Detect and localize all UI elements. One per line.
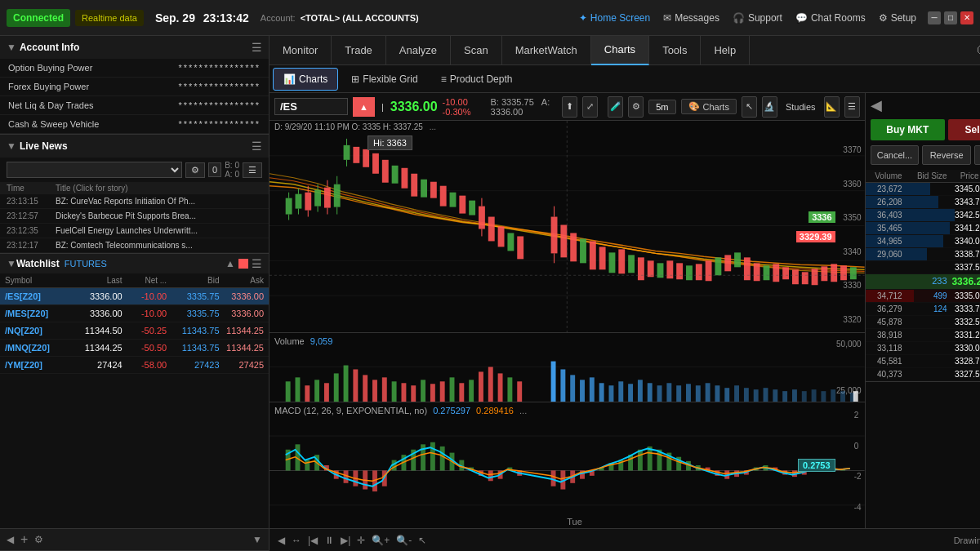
symbol-price: 3336.00: [390, 100, 438, 114]
svg-rect-122: [686, 384, 691, 402]
news-row[interactable]: 23:12:35 FuelCell Energy Launches Underw…: [0, 224, 269, 238]
table-row[interactable]: 233 3336.25 396: [866, 274, 980, 290]
list-item[interactable]: /NQ[Z20] 11344.50 -50.25 11343.75 11344.…: [0, 322, 269, 340]
sidebar-prev-button[interactable]: ◀: [7, 534, 14, 545]
news-filter-dropdown[interactable]: [7, 162, 182, 178]
table-row[interactable]: 26,208 3343.75: [866, 196, 980, 209]
list-item[interactable]: /ES[Z20] 3336.00 -10.00 3335.75 3336.00: [0, 288, 269, 305]
news-row[interactable]: 23:12:57 Dickey's Barbecue Pit Supports …: [0, 209, 269, 224]
svg-rect-76: [821, 266, 827, 281]
news-row[interactable]: 23:12:17 BZ: Comtech Telecommunications …: [0, 238, 269, 253]
table-row[interactable]: 36,279 124 3333.75: [866, 303, 980, 316]
cancel-button[interactable]: Cancel...: [871, 145, 920, 165]
chart-scroll-prev[interactable]: |◀: [305, 535, 321, 546]
cursor-mode-button[interactable]: ↖: [415, 535, 430, 546]
ondemand-icon[interactable]: ⏱: [976, 42, 980, 59]
studies-label[interactable]: Studies: [782, 102, 819, 112]
zoom-out-button[interactable]: 🔍-: [393, 535, 415, 546]
watchlist-up-arrow[interactable]: ▲: [225, 258, 235, 269]
table-row[interactable]: 36,403 3342.50: [866, 209, 980, 222]
list-item[interactable]: /MES[Z20] 3336.00 -10.00 3335.75 3336.00: [0, 305, 269, 322]
nav-support[interactable]: 🎧 Support: [733, 12, 782, 24]
watchlist-section-toggle[interactable]: ▼: [7, 258, 16, 269]
minimize-button[interactable]: ─: [928, 11, 941, 24]
flask-icon[interactable]: 🧪: [608, 96, 623, 118]
table-row[interactable]: 45,581 3328.75: [866, 355, 980, 368]
buy-mkt-button[interactable]: Buy MKT: [871, 119, 946, 140]
svg-rect-56: [628, 255, 635, 273]
studies-icon[interactable]: 🔬: [762, 96, 777, 118]
style-button[interactable]: 🎨 Charts: [681, 99, 737, 114]
settings-gear-icon[interactable]: ⚙: [628, 96, 644, 118]
nav-messages[interactable]: ✉ Messages: [663, 12, 719, 24]
chart-scroll-left[interactable]: ◀: [274, 535, 288, 546]
news-table: Time Title (Click for story) 23:13:15 BZ…: [0, 182, 269, 253]
share-icon[interactable]: ⬆: [562, 96, 577, 118]
table-row[interactable]: 45,878 3332.50: [866, 316, 980, 329]
symbol-up-button[interactable]: ▲: [353, 97, 375, 117]
live-news-header[interactable]: ▼ Live News ☰: [0, 135, 269, 158]
sidebar-add-button[interactable]: +: [20, 532, 28, 547]
list-item[interactable]: /MNQ[Z20] 11344.25 -50.50 11343.75 11344…: [0, 340, 269, 357]
nav-setup[interactable]: ⚙ Setup: [879, 12, 916, 24]
news-list-button[interactable]: ☰: [243, 162, 262, 178]
flatten-button[interactable]: Flatten: [974, 145, 980, 165]
table-row[interactable]: 23,672 3345.00: [866, 183, 980, 196]
subtab-flexible-grid[interactable]: ⊞ Flexible Grid: [341, 68, 427, 91]
table-row[interactable]: 38,918 3331.25: [866, 329, 980, 342]
table-row[interactable]: 33,118 3330.00: [866, 342, 980, 355]
svg-rect-88: [334, 373, 339, 402]
order-panel-toggle[interactable]: ◀: [871, 96, 882, 114]
chart-pause-icon[interactable]: ⏸: [321, 535, 337, 546]
sidebar-gear-button[interactable]: ⚙: [34, 534, 43, 545]
more-tools-icon[interactable]: ☰: [844, 96, 860, 118]
svg-rect-85: [305, 385, 310, 402]
subtab-charts[interactable]: 📊 Charts: [273, 68, 338, 91]
svg-rect-44: [507, 233, 514, 251]
chart-expand-icon[interactable]: ↔: [288, 535, 305, 546]
news-row[interactable]: 23:13:15 BZ: CureVac Reports Initiation …: [0, 194, 269, 209]
macd-current-val: 0.2753: [798, 459, 835, 472]
account-info-header[interactable]: ▼ Account Info ☰: [0, 36, 269, 59]
tab-charts[interactable]: Charts: [591, 36, 649, 65]
drawing-tools-icon[interactable]: 📐: [824, 96, 840, 118]
table-row[interactable]: 34,712 499 3335.00 18: [866, 290, 980, 303]
symbol-input[interactable]: [274, 98, 348, 115]
zoom-in-button[interactable]: 🔍+: [368, 535, 393, 546]
table-row[interactable]: 40,373 3327.50: [866, 368, 980, 381]
maximize-button[interactable]: □: [944, 11, 957, 24]
nav-chatrooms[interactable]: 💬 Chat Rooms: [795, 12, 866, 24]
tab-tools[interactable]: Tools: [649, 36, 701, 65]
subtab-product-depth[interactable]: ≡ Product Depth: [431, 68, 523, 91]
chart-crosshair-icon[interactable]: ✛: [354, 535, 368, 546]
table-row[interactable]: 34,965 3340.00: [866, 235, 980, 248]
cursor-icon[interactable]: ↖: [742, 96, 757, 118]
close-button[interactable]: ✕: [960, 11, 973, 24]
tab-analyze[interactable]: Analyze: [386, 36, 451, 65]
watchlist-settings-icon[interactable]: ☰: [252, 257, 262, 270]
news-settings-icon[interactable]: ☰: [252, 140, 262, 153]
news-settings-button[interactable]: ⚙: [185, 162, 205, 178]
ob-header-volume: Volume: [869, 171, 902, 180]
table-row[interactable]: 29,060 3338.75: [866, 248, 980, 261]
svg-rect-93: [382, 377, 387, 402]
watchlist-col-symbol: Symbol: [5, 276, 69, 285]
chart-scroll-next[interactable]: ▶|: [337, 535, 354, 546]
sidebar-next-button[interactable]: ▼: [252, 534, 262, 545]
sell-mkt-button[interactable]: Sell MKT: [948, 119, 980, 140]
timeframe-button[interactable]: 5m: [648, 100, 675, 114]
tab-scan[interactable]: Scan: [451, 36, 502, 65]
watchlist-col-net: Net ...: [122, 276, 167, 285]
nav-home[interactable]: ✦ Home Screen: [579, 12, 650, 24]
tab-marketwatch[interactable]: MarketWatch: [502, 36, 591, 65]
expand-icon[interactable]: ⤢: [582, 96, 598, 118]
table-row[interactable]: 35,465 3341.25: [866, 222, 980, 235]
account-settings-icon[interactable]: ☰: [252, 41, 262, 54]
tab-monitor[interactable]: Monitor: [270, 36, 332, 65]
list-item[interactable]: /YM[Z20] 27424 -58.00 27423 27425: [0, 357, 269, 374]
tab-help[interactable]: Help: [701, 36, 750, 65]
tab-trade[interactable]: Trade: [332, 36, 385, 65]
reverse-button[interactable]: Reverse: [922, 145, 971, 165]
table-row[interactable]: 3337.50 460: [866, 261, 980, 274]
svg-rect-64: [706, 260, 712, 281]
